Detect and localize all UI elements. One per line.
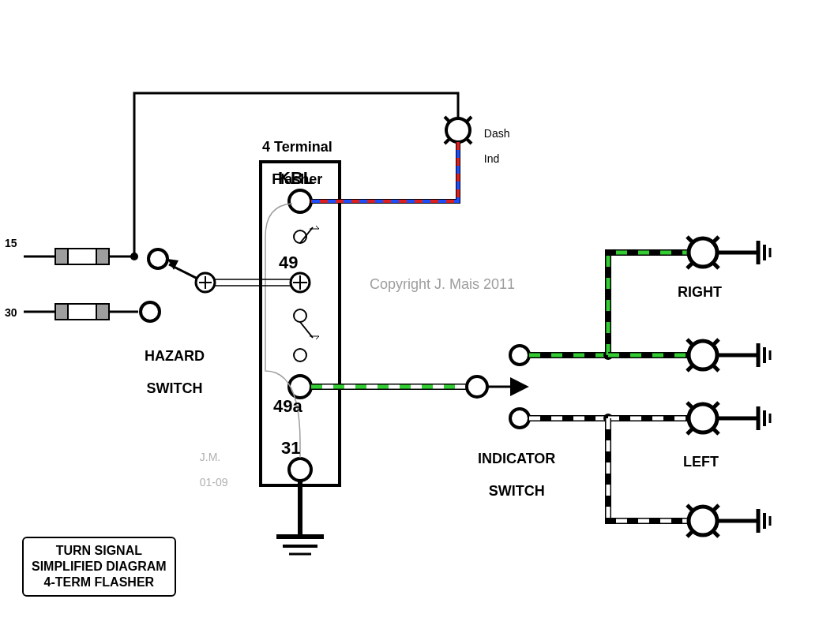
title-box: TURN SIGNAL SIMPLIFIED DIAGRAM 4-TERM FL… bbox=[22, 537, 176, 597]
lamp-left-front bbox=[687, 402, 770, 434]
svg-line-61 bbox=[687, 402, 693, 409]
label-fuse-30: 30 bbox=[5, 306, 17, 319]
svg-line-70 bbox=[687, 505, 693, 511]
svg-point-6 bbox=[294, 309, 306, 322]
label-kbl: KBL bbox=[278, 168, 314, 188]
terminal-kbl bbox=[289, 190, 311, 212]
svg-rect-21 bbox=[55, 304, 68, 320]
label-indicator-switch: INDICATOR SWITCH bbox=[470, 434, 555, 500]
fuse-15 bbox=[24, 249, 138, 264]
hazard-node-b bbox=[141, 302, 160, 321]
svg-line-52 bbox=[687, 339, 693, 346]
svg-line-62 bbox=[712, 402, 719, 409]
svg-line-33 bbox=[467, 117, 471, 122]
svg-line-5 bbox=[316, 226, 319, 229]
svg-line-7 bbox=[300, 322, 313, 338]
lamp-right-front bbox=[687, 237, 770, 268]
dash-indicator-lamp bbox=[445, 117, 471, 144]
svg-rect-16 bbox=[68, 249, 96, 264]
label-dash-ind: Dash Ind bbox=[478, 114, 509, 165]
indicator-pole-right bbox=[510, 346, 529, 365]
fuse-30 bbox=[24, 302, 160, 321]
svg-rect-23 bbox=[96, 304, 109, 320]
svg-rect-22 bbox=[68, 304, 96, 320]
label-49: 49 bbox=[279, 253, 298, 272]
svg-point-31 bbox=[446, 118, 470, 142]
svg-line-43 bbox=[687, 237, 693, 243]
svg-line-45 bbox=[687, 262, 693, 268]
label-copyright: Copyright J. Mais 2011 bbox=[370, 276, 515, 293]
indicator-pole-left bbox=[510, 409, 529, 428]
label-hazard-switch: HAZARD SWITCH bbox=[137, 331, 205, 397]
hazard-node-a bbox=[148, 249, 167, 268]
svg-line-54 bbox=[687, 365, 693, 371]
label-49a: 49a bbox=[273, 396, 302, 416]
svg-line-46 bbox=[712, 262, 719, 268]
svg-line-72 bbox=[687, 530, 693, 537]
svg-line-64 bbox=[712, 428, 719, 434]
svg-rect-15 bbox=[55, 249, 68, 264]
svg-line-32 bbox=[445, 117, 449, 122]
label-author: J.M. 01-09 bbox=[193, 438, 228, 489]
terminal-31 bbox=[289, 459, 311, 481]
indicator-common bbox=[467, 376, 487, 397]
svg-line-63 bbox=[687, 428, 693, 434]
label-right: RIGHT bbox=[678, 284, 722, 301]
svg-line-71 bbox=[712, 505, 719, 511]
label-left: LEFT bbox=[683, 454, 719, 470]
label-31: 31 bbox=[281, 438, 300, 458]
svg-line-35 bbox=[467, 139, 471, 144]
svg-line-55 bbox=[712, 365, 719, 371]
svg-line-44 bbox=[712, 237, 719, 243]
svg-line-9 bbox=[316, 336, 319, 339]
terminal-49a bbox=[289, 376, 311, 398]
wire-dash-kbl bbox=[311, 142, 458, 201]
svg-line-53 bbox=[712, 339, 719, 346]
label-fuse-15: 15 bbox=[5, 237, 17, 249]
svg-line-34 bbox=[445, 139, 449, 144]
svg-rect-17 bbox=[96, 249, 109, 264]
svg-point-10 bbox=[294, 349, 306, 361]
right-lamps-wiring bbox=[529, 253, 687, 360]
lamp-right-rear bbox=[687, 339, 770, 371]
lamp-left-rear bbox=[687, 505, 770, 537]
svg-line-73 bbox=[712, 530, 719, 537]
